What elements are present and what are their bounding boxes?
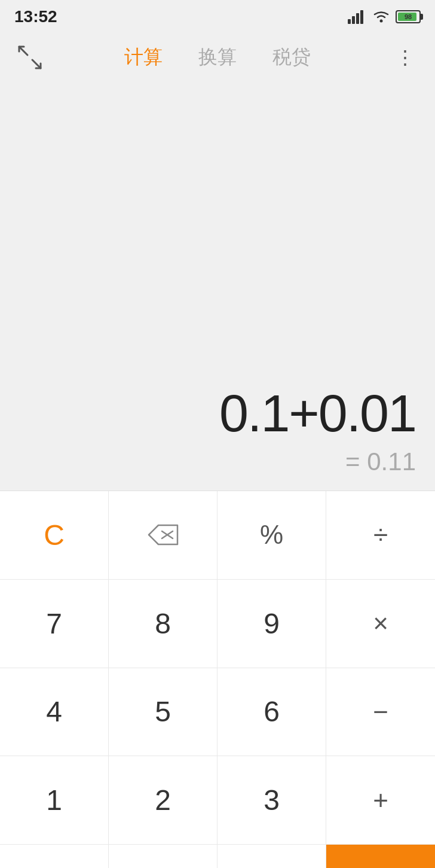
display-result: = 0.11 <box>345 447 416 476</box>
tab-tax[interactable]: 税贷 <box>272 38 311 77</box>
svg-rect-0 <box>348 19 351 24</box>
backspace-icon <box>146 523 180 547</box>
key-equals[interactable]: = <box>326 845 435 868</box>
key-clear[interactable]: C <box>0 491 109 580</box>
svg-rect-2 <box>356 13 359 24</box>
key-history[interactable] <box>0 845 109 868</box>
key-5[interactable]: 5 <box>109 668 218 757</box>
key-1[interactable]: 1 <box>0 756 109 845</box>
svg-point-4 <box>380 20 383 23</box>
key-backspace[interactable] <box>109 491 218 580</box>
key-divide[interactable]: ÷ <box>326 491 435 580</box>
key-percent[interactable]: % <box>218 491 326 580</box>
tab-converter[interactable]: 换算 <box>198 38 237 77</box>
svg-line-5 <box>19 47 27 55</box>
display-area: 0.1+0.01 = 0.11 <box>0 84 435 491</box>
key-decimal[interactable]: . <box>218 845 326 868</box>
collapse-button[interactable] <box>12 39 48 75</box>
signal-icon <box>348 10 367 24</box>
collapse-icon <box>17 44 43 71</box>
tab-calculator[interactable]: 计算 <box>124 38 163 77</box>
wifi-icon <box>372 10 391 24</box>
svg-line-6 <box>32 60 41 68</box>
key-subtract[interactable]: − <box>326 668 435 757</box>
more-button[interactable]: ⋮ <box>387 39 423 75</box>
status-time: 13:52 <box>14 7 57 26</box>
key-8[interactable]: 8 <box>109 580 218 668</box>
key-add[interactable]: + <box>326 756 435 845</box>
svg-rect-1 <box>352 16 355 24</box>
key-4[interactable]: 4 <box>0 668 109 757</box>
key-0[interactable]: 0 <box>109 845 218 868</box>
status-icons: 98 <box>348 10 421 24</box>
key-9[interactable]: 9 <box>218 580 326 668</box>
svg-rect-3 <box>360 10 363 24</box>
nav-tabs: 计算 换算 税贷 <box>48 38 387 77</box>
key-6[interactable]: 6 <box>218 668 326 757</box>
key-multiply[interactable]: × <box>326 580 435 668</box>
display-expression: 0.1+0.01 <box>219 385 416 443</box>
keypad: C % ÷ 7 8 9 × 4 5 6 − 1 2 3 + 0 . = <box>0 491 435 868</box>
key-3[interactable]: 3 <box>218 756 326 845</box>
battery-icon: 98 <box>396 10 421 23</box>
key-2[interactable]: 2 <box>109 756 218 845</box>
status-bar: 13:52 98 <box>0 0 435 31</box>
key-7[interactable]: 7 <box>0 580 109 668</box>
top-nav: 计算 换算 税贷 ⋮ <box>0 31 435 84</box>
